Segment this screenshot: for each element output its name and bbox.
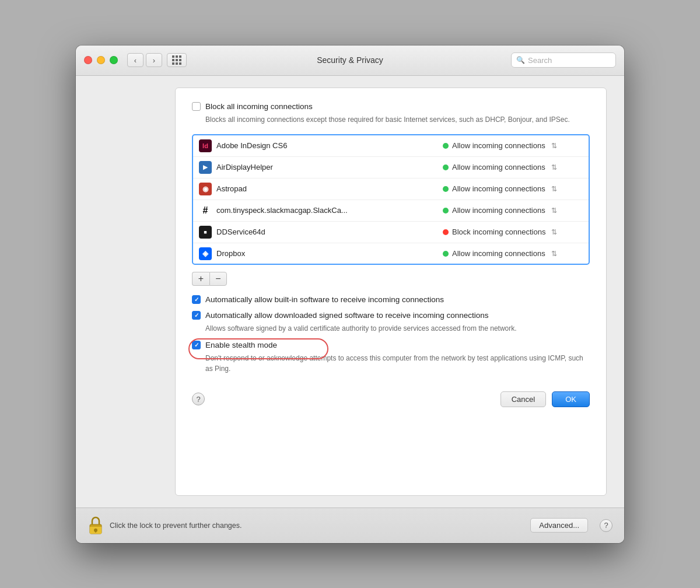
bottom-help-button[interactable]: ? (600, 519, 612, 532)
lock-text: Click the lock to prevent further change… (110, 522, 242, 530)
help-button[interactable]: ? (192, 393, 205, 405)
minimize-button[interactable] (97, 56, 105, 64)
cancel-button[interactable]: Cancel (501, 391, 546, 407)
app-name: Adobe InDesign CS6 (216, 141, 443, 150)
stealth-section: Enable stealth mode Don't respond to or … (192, 341, 590, 374)
forward-button[interactable]: › (146, 53, 162, 67)
stealth-description: Don't respond to or acknowledge attempts… (205, 353, 590, 374)
status-text: Allow incoming connections (452, 184, 545, 193)
app-row[interactable]: ◉ Astropad Allow incoming connections ⇅ (193, 178, 589, 200)
status-dot (443, 251, 449, 257)
stepper-icon[interactable]: ⇅ (551, 142, 557, 150)
app-row[interactable]: Id Adobe InDesign CS6 Allow incoming con… (193, 135, 589, 157)
titlebar: ‹ › Security & Privacy 🔍 Search (76, 46, 624, 76)
auto-signed-row: Automatically allow downloaded signed so… (192, 311, 590, 320)
traffic-lights (84, 56, 118, 64)
block-section: Block all incoming connections Blocks al… (192, 102, 590, 125)
stepper-icon[interactable]: ⇅ (551, 206, 557, 215)
svg-rect-3 (95, 530, 96, 533)
grid-icon (172, 55, 181, 65)
auto-builtin-checkbox[interactable] (192, 295, 201, 304)
stepper-icon[interactable]: ⇅ (551, 163, 557, 172)
auto-signed-checkbox[interactable] (192, 311, 201, 320)
app-icon: ▶ (199, 161, 212, 174)
search-icon: 🔍 (516, 56, 525, 64)
auto-signed-label: Automatically allow downloaded signed so… (205, 311, 489, 320)
add-app-button[interactable]: + (192, 272, 209, 286)
block-checkbox[interactable] (192, 102, 201, 111)
grid-button[interactable] (167, 53, 187, 67)
app-name: Astropad (216, 184, 443, 193)
search-box[interactable]: 🔍 Search (511, 52, 616, 68)
auto-builtin-row: Automatically allow built-in software to… (192, 295, 590, 304)
status-dot (443, 186, 449, 192)
app-list[interactable]: Id Adobe InDesign CS6 Allow incoming con… (193, 135, 589, 264)
stepper-icon[interactable]: ⇅ (551, 250, 557, 258)
app-status: Allow incoming connections ⇅ (443, 163, 583, 172)
dialog-buttons: ? Cancel OK (192, 386, 590, 407)
status-dot (443, 164, 449, 170)
content-area: Block all incoming connections Blocks al… (76, 76, 624, 508)
stepper-icon[interactable]: ⇅ (551, 228, 557, 236)
app-row[interactable]: ▶ AirDisplayHelper Allow incoming connec… (193, 157, 589, 178)
auto-builtin-label: Automatically allow built-in software to… (205, 295, 444, 304)
app-status: Allow incoming connections ⇅ (443, 249, 583, 258)
app-icon: ◈ (199, 247, 212, 260)
maximize-button[interactable] (110, 56, 118, 64)
main-panel: Block all incoming connections Blocks al… (175, 88, 607, 496)
status-text: Allow incoming connections (452, 163, 545, 172)
window-title: Security & Privacy (317, 55, 383, 65)
status-text: Allow incoming connections (452, 249, 545, 258)
close-button[interactable] (84, 56, 92, 64)
status-text: Block incoming connections (452, 228, 545, 236)
stepper-icon[interactable]: ⇅ (551, 185, 557, 193)
status-dot (443, 229, 449, 235)
status-dot (443, 143, 449, 149)
auto-signed-description: Allows software signed by a valid certif… (205, 323, 590, 334)
app-name: com.tinyspeck.slackmacgap.SlackCa... (216, 206, 443, 215)
app-status: Block incoming connections ⇅ (443, 228, 583, 236)
stealth-row: Enable stealth mode (192, 341, 590, 349)
window: ‹ › Security & Privacy 🔍 Search (76, 46, 624, 543)
app-row[interactable]: # com.tinyspeck.slackmacgap.SlackCa... A… (193, 200, 589, 222)
sidebar (93, 88, 175, 496)
add-remove-row: + − (192, 272, 590, 286)
app-name: Dropbox (216, 249, 443, 258)
app-icon: # (199, 204, 212, 217)
app-status: Allow incoming connections ⇅ (443, 206, 583, 215)
block-label: Block all incoming connections (205, 102, 313, 111)
ok-button[interactable]: OK (552, 391, 590, 407)
app-status: Allow incoming connections ⇅ (443, 184, 583, 193)
app-icon: ■ (199, 226, 212, 239)
block-description: Blocks all incoming connections except t… (205, 114, 590, 125)
auto-signed-section: Automatically allow downloaded signed so… (192, 311, 590, 334)
bottom-bar: Click the lock to prevent further change… (76, 508, 624, 543)
auto-builtin-section: Automatically allow built-in software to… (192, 295, 590, 304)
stealth-checkbox[interactable] (192, 341, 201, 349)
app-name: AirDisplayHelper (216, 163, 443, 172)
lock-area[interactable]: Click the lock to prevent further change… (88, 515, 242, 536)
app-icon: Id (199, 139, 212, 152)
block-checkbox-row: Block all incoming connections (192, 102, 590, 111)
stealth-label: Enable stealth mode (205, 341, 277, 349)
nav-buttons: ‹ › (127, 53, 162, 67)
status-text: Allow incoming connections (452, 206, 545, 215)
app-icon: ◉ (199, 183, 212, 195)
search-placeholder: Search (528, 56, 552, 65)
app-list-container: Id Adobe InDesign CS6 Allow incoming con… (192, 134, 590, 265)
status-text: Allow incoming connections (452, 141, 545, 150)
back-button[interactable]: ‹ (127, 53, 144, 67)
lock-icon (88, 515, 104, 536)
remove-app-button[interactable]: − (209, 272, 227, 286)
advanced-button[interactable]: Advanced... (530, 518, 588, 533)
app-status: Allow incoming connections ⇅ (443, 141, 583, 150)
app-row[interactable]: ◈ Dropbox Allow incoming connections ⇅ (193, 243, 589, 264)
status-dot (443, 208, 449, 214)
app-row[interactable]: ■ DDService64d Block incoming connection… (193, 222, 589, 243)
app-name: DDService64d (216, 228, 443, 236)
